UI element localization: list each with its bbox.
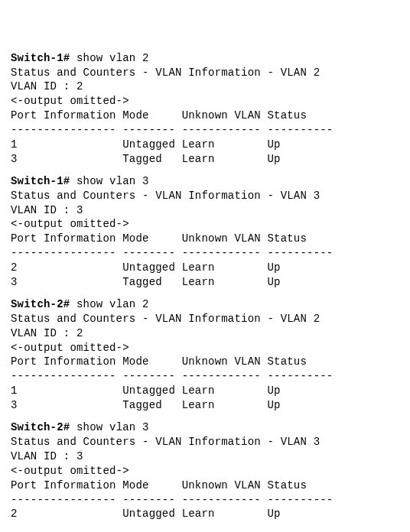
table-divider: ---------------- -------- ------------ -… [11,246,399,261]
status-title: Status and Counters - VLAN Information -… [11,189,399,203]
status-title: Status and Counters - VLAN Information -… [11,66,399,80]
table-divider: ---------------- -------- ------------ -… [11,493,399,508]
table-row: 3 Tagged Learn Up [11,152,399,167]
vlan-output-block: Switch-1# show vlan 3Status and Counters… [11,174,399,290]
command-prompt-line: Switch-1# show vlan 3 [11,174,399,189]
table-row: 2 Untagged Learn Up [11,261,399,275]
prompt-host: Switch-1# [11,52,70,64]
terminal-output: Switch-1# show vlan 2Status and Counters… [11,51,399,522]
vlan-output-block: Switch-2# show vlan 2Status and Counters… [11,297,399,413]
vlan-id-line: VLAN ID : 3 [11,449,399,464]
command-prompt-line: Switch-2# show vlan 2 [11,297,399,312]
table-row: 3 Tagged Learn Up [11,398,399,413]
vlan-output-block: Switch-2# show vlan 3Status and Counters… [11,420,399,521]
output-omitted: <-output omitted-> [11,464,399,478]
table-row: 2 Untagged Learn Up [11,507,399,521]
output-omitted: <-output omitted-> [11,94,399,109]
table-divider: ---------------- -------- ------------ -… [11,369,399,384]
vlan-output-block: Switch-1# show vlan 2Status and Counters… [11,51,399,167]
prompt-command: show vlan 3 [70,421,148,433]
prompt-host: Switch-2# [11,421,70,433]
prompt-command: show vlan 2 [70,298,148,310]
table-header: Port Information Mode Unknown VLAN Statu… [11,478,399,493]
status-title: Status and Counters - VLAN Information -… [11,312,399,326]
prompt-command: show vlan 2 [70,52,148,64]
table-header: Port Information Mode Unknown VLAN Statu… [11,355,399,369]
command-prompt-line: Switch-2# show vlan 3 [11,420,399,435]
vlan-id-line: VLAN ID : 3 [11,203,399,218]
table-header: Port Information Mode Unknown VLAN Statu… [11,232,399,246]
vlan-id-line: VLAN ID : 2 [11,79,399,94]
prompt-host: Switch-1# [11,175,70,187]
table-row: 1 Untagged Learn Up [11,384,399,398]
output-omitted: <-output omitted-> [11,217,399,232]
vlan-id-line: VLAN ID : 2 [11,326,399,341]
table-row: 3 Tagged Learn Up [11,275,399,290]
prompt-host: Switch-2# [11,298,70,310]
table-row: 1 Untagged Learn Up [11,138,399,152]
prompt-command: show vlan 3 [70,175,148,187]
status-title: Status and Counters - VLAN Information -… [11,435,399,449]
table-divider: ---------------- -------- ------------ -… [11,123,399,138]
output-omitted: <-output omitted-> [11,341,399,355]
table-header: Port Information Mode Unknown VLAN Statu… [11,109,399,123]
command-prompt-line: Switch-1# show vlan 2 [11,51,399,66]
